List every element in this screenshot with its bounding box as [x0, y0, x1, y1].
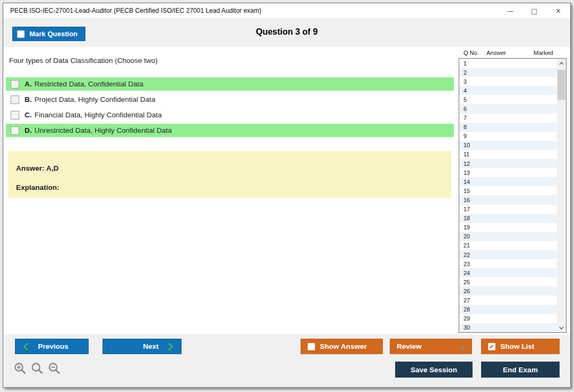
question-list-row[interactable]: 18	[459, 214, 557, 223]
question-list-cell: 22	[459, 252, 487, 258]
title-bar: PECB ISO-IEC-27001-Lead-Auditor (PECB Ce…	[3, 3, 570, 18]
minimize-button[interactable]: —	[498, 3, 522, 18]
check-icon: ✔	[489, 343, 494, 350]
question-list-cell: 1	[459, 60, 487, 67]
question-list-row[interactable]: 26	[459, 286, 557, 295]
question-list-row[interactable]: 21	[459, 241, 557, 250]
previous-label: Previous	[38, 342, 68, 350]
question-list-cell: 16	[459, 197, 487, 203]
scroll-down-icon[interactable]	[557, 323, 566, 332]
question-list-row[interactable]: 8	[459, 123, 557, 132]
question-list-row[interactable]: 19	[459, 223, 557, 232]
answer-explanation-box: Answer: A,D Explanation:	[8, 151, 451, 198]
option-text: Unrestricted Data, Highly Confidential D…	[35, 126, 172, 134]
question-list-row[interactable]: 17	[459, 205, 557, 214]
question-list-row[interactable]: 6	[459, 104, 557, 113]
question-list-row[interactable]: 7	[459, 114, 557, 123]
zoom-in-icon[interactable]	[14, 362, 27, 375]
question-list-row[interactable]: 9	[459, 132, 557, 141]
option-row-a[interactable]: A. Restricted Data, Confidential Data	[6, 77, 454, 91]
question-list-scrollbar[interactable]	[557, 59, 566, 332]
previous-button[interactable]: Previous	[15, 339, 89, 354]
question-list-row[interactable]: 12	[459, 159, 557, 168]
question-list-row[interactable]: 30	[459, 323, 557, 332]
question-list-row[interactable]: 16	[459, 195, 557, 204]
question-list-cell: 28	[459, 306, 487, 313]
question-list-cell: 30	[459, 324, 487, 331]
show-list-checkbox: ✔	[488, 343, 496, 350]
scrollbar-thumb[interactable]	[557, 70, 565, 100]
review-dropdown-button[interactable]: Review ▲	[390, 339, 472, 354]
question-list-row[interactable]: 1	[459, 59, 557, 68]
question-list-row[interactable]: 3	[459, 77, 557, 86]
question-list-row[interactable]: 29	[459, 314, 557, 323]
question-list-cell: 29	[459, 315, 487, 322]
question-list-row[interactable]: 23	[459, 259, 557, 268]
question-list-cell: 21	[459, 242, 487, 249]
question-list-cell: 20	[459, 233, 487, 239]
question-list-row[interactable]: 28	[459, 305, 557, 314]
question-list-cell: 3	[459, 78, 487, 85]
option-a-checkbox[interactable]	[11, 80, 19, 89]
caret-up-icon: ▲	[461, 343, 465, 349]
review-label: Review	[397, 342, 422, 350]
option-row-d[interactable]: D. Unrestricted Data, Highly Confidentia…	[6, 124, 454, 137]
question-list-cell: 19	[459, 224, 487, 230]
question-list-row[interactable]: 20	[459, 232, 557, 241]
option-c-checkbox[interactable]	[11, 111, 19, 119]
question-text: Four types of Data Classification (Choos…	[9, 57, 455, 65]
question-list-cell: 2	[459, 69, 487, 76]
show-answer-label: Show Answer	[320, 342, 367, 350]
option-row-b[interactable]: B. Project Data, Highly Confidential Dat…	[6, 93, 454, 106]
save-session-button[interactable]: Save Session	[395, 362, 473, 378]
question-list-cell: 4	[459, 87, 487, 94]
options-list: A. Restricted Data, Confidential Data B.…	[3, 77, 455, 137]
question-list-row[interactable]: 13	[459, 168, 557, 177]
end-exam-button[interactable]: End Exam	[481, 362, 560, 378]
question-list-row[interactable]: 14	[459, 177, 557, 186]
maximize-button[interactable]: □	[522, 3, 546, 18]
app-window: PECB ISO-IEC-27001-Lead-Auditor (PECB Ce…	[3, 3, 571, 388]
option-letter: B.	[25, 95, 32, 103]
chevron-left-icon	[23, 343, 28, 350]
question-list-cell: 10	[459, 142, 487, 148]
question-list-cell: 18	[459, 215, 487, 221]
window-controls: — □ ✕	[498, 3, 570, 18]
option-text: Restricted Data, Confidential Data	[35, 80, 144, 88]
question-list-row[interactable]: 27	[459, 295, 557, 305]
option-text: Financial Data, Highly Confidential Data	[35, 111, 162, 119]
show-list-label: Show List	[500, 342, 534, 350]
save-session-label: Save Session	[411, 366, 457, 374]
close-button[interactable]: ✕	[546, 3, 570, 18]
question-list-row[interactable]: 4	[459, 86, 557, 95]
close-icon: ✕	[555, 7, 561, 15]
option-b-checkbox[interactable]	[11, 95, 19, 104]
zoom-out-icon[interactable]	[48, 362, 61, 375]
column-header-marked: Marked	[528, 50, 567, 56]
question-list-cell: 27	[459, 297, 487, 303]
question-panel: Four types of Data Classification (Choos…	[3, 47, 455, 198]
question-list-row[interactable]: 10	[459, 141, 557, 150]
footer-bar: Previous Next Show Answer Review ▲ ✔ Sho…	[3, 334, 570, 387]
question-list-cell: 26	[459, 288, 487, 294]
next-button[interactable]: Next	[103, 339, 182, 354]
question-list-row[interactable]: 11	[459, 150, 557, 159]
question-list-row[interactable]: 22	[459, 250, 557, 259]
explanation-label: Explanation:	[16, 183, 451, 191]
question-list-row[interactable]: 24	[459, 268, 557, 277]
show-list-button[interactable]: ✔ Show List	[481, 339, 560, 354]
zoom-reset-icon[interactable]	[31, 362, 44, 375]
question-list-row[interactable]: 2	[459, 68, 557, 77]
show-answer-button[interactable]: Show Answer	[301, 339, 383, 354]
main-area: Four types of Data Classification (Choos…	[3, 47, 570, 334]
question-list-cell: 13	[459, 170, 487, 176]
scroll-up-icon[interactable]	[557, 59, 566, 68]
question-list-cell: 11	[459, 151, 487, 157]
option-d-checkbox[interactable]	[11, 126, 19, 135]
option-row-c[interactable]: C. Financial Data, Highly Confidential D…	[6, 108, 454, 122]
question-list-cell: 9	[459, 133, 487, 139]
question-list-row[interactable]: 5	[459, 95, 557, 104]
option-letter: A.	[25, 80, 32, 88]
question-list-row[interactable]: 15	[459, 186, 557, 195]
question-list-row[interactable]: 25	[459, 277, 557, 286]
